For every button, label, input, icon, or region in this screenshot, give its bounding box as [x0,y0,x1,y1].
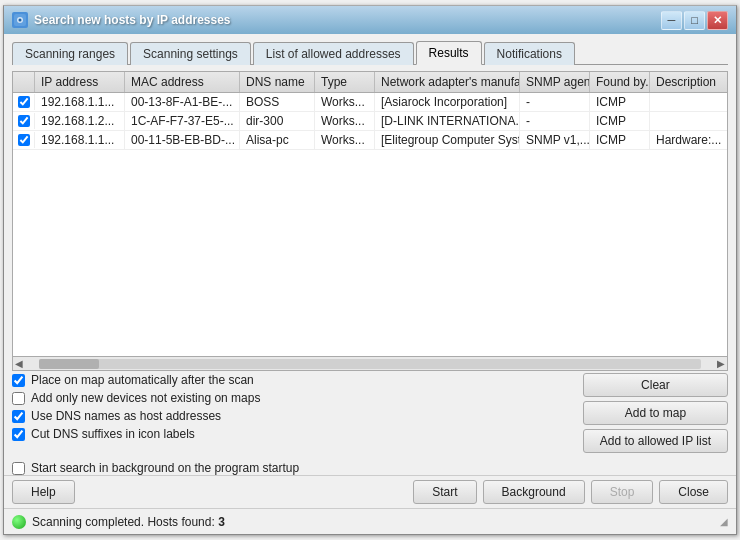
cell-desc-2 [650,119,727,123]
start-button[interactable]: Start [413,480,476,504]
row-checkbox-cell[interactable] [13,94,35,110]
label-use-dns-names: Use DNS names as host addresses [31,409,221,423]
status-count: 3 [218,515,225,529]
checkbox-start-background[interactable] [12,462,25,475]
col-header-desc: Description [650,72,728,92]
title-controls: ─ □ ✕ [661,11,728,30]
cell-ip-2: 192.168.1.2... [35,112,125,130]
tab-notifications[interactable]: Notifications [484,42,575,65]
cell-found-1: ICMP [590,93,650,111]
window-title: Search new hosts by IP addresses [34,13,231,27]
horizontal-scrollbar[interactable]: ◀ ▶ [13,356,727,370]
cell-snmp-1: - [520,93,590,111]
label-place-on-map: Place on map automatically after the sca… [31,373,254,387]
status-indicator [12,515,26,529]
table-header: IP address MAC address DNS name Type Net… [13,72,727,93]
cell-type-3: Works... [315,131,375,149]
status-message: Scanning completed. Hosts found: [32,515,215,529]
row-checkbox-3[interactable] [18,134,30,146]
background-button[interactable]: Background [483,480,585,504]
checkbox-cut-dns-suffixes[interactable] [12,428,25,441]
col-header-check [13,72,35,92]
cell-snmp-2: - [520,112,590,130]
title-bar: Search new hosts by IP addresses ─ □ ✕ [4,6,736,34]
close-button[interactable]: Close [659,480,728,504]
table-row: 192.168.1.1... 00-13-8F-A1-BE-... BOSS W… [13,93,727,112]
cell-type-2: Works... [315,112,375,130]
row-checkbox-cell[interactable] [13,113,35,129]
left-options: Place on map automatically after the sca… [12,373,260,443]
row-checkbox-cell[interactable] [13,132,35,148]
clear-button[interactable]: Clear [583,373,728,397]
status-bar: Scanning completed. Hosts found: 3 ◢ [4,508,736,534]
right-buttons: Clear Add to map Add to allowed IP list [583,373,728,453]
checkbox-place-on-map[interactable] [12,374,25,387]
background-option-row: Start search in background on the progra… [12,461,728,475]
minimize-button[interactable]: ─ [661,11,682,30]
cell-mac-3: 00-11-5B-EB-BD-... [125,131,240,149]
checkbox-add-only-new[interactable] [12,392,25,405]
main-window: Search new hosts by IP addresses ─ □ ✕ S… [3,5,737,535]
col-header-found: Found by... [590,72,650,92]
table-row: 192.168.1.1... 00-11-5B-EB-BD-... Alisa-… [13,131,727,150]
bottom-options: Place on map automatically after the sca… [12,371,728,459]
cell-dns-2: dir-300 [240,112,315,130]
cell-found-2: ICMP [590,112,650,130]
tab-scanning-ranges[interactable]: Scanning ranges [12,42,128,65]
label-cut-dns-suffixes: Cut DNS suffixes in icon labels [31,427,195,441]
tab-allowed-addresses[interactable]: List of allowed addresses [253,42,414,65]
tab-results[interactable]: Results [416,41,482,65]
results-table: IP address MAC address DNS name Type Net… [12,71,728,371]
cell-manuf-1: [Asiarock Incorporation] [375,93,520,111]
help-button[interactable]: Help [12,480,75,504]
cell-manuf-3: [Elitegroup Computer Syst... [375,131,520,149]
option-add-only-new: Add only new devices not existing on map… [12,391,260,405]
status-text: Scanning completed. Hosts found: 3 [32,515,225,529]
size-grip[interactable]: ◢ [720,516,728,527]
scrollbar-track[interactable] [39,359,701,369]
cell-snmp-3: SNMP v1,... [520,131,590,149]
add-to-map-button[interactable]: Add to map [583,401,728,425]
option-cut-dns-suffixes: Cut DNS suffixes in icon labels [12,427,260,441]
svg-point-2 [19,19,22,22]
app-icon [12,12,28,28]
cell-dns-1: BOSS [240,93,315,111]
cell-ip-3: 192.168.1.1... [35,131,125,149]
table-row: 192.168.1.2... 1C-AF-F7-37-E5-... dir-30… [13,112,727,131]
label-add-only-new: Add only new devices not existing on map… [31,391,260,405]
tab-bar: Scanning ranges Scanning settings List o… [12,40,728,65]
title-bar-left: Search new hosts by IP addresses [12,12,231,28]
cell-mac-2: 1C-AF-F7-37-E5-... [125,112,240,130]
cell-mac-1: 00-13-8F-A1-BE-... [125,93,240,111]
maximize-button[interactable]: □ [684,11,705,30]
option-use-dns-names: Use DNS names as host addresses [12,409,260,423]
cell-ip-1: 192.168.1.1... [35,93,125,111]
col-header-snmp: SNMP agent [520,72,590,92]
col-header-mac: MAC address [125,72,240,92]
row-checkbox-1[interactable] [18,96,30,108]
close-window-button[interactable]: ✕ [707,11,728,30]
cell-found-3: ICMP [590,131,650,149]
row-checkbox-2[interactable] [18,115,30,127]
table-body: 192.168.1.1... 00-13-8F-A1-BE-... BOSS W… [13,93,727,356]
scrollbar-thumb[interactable] [39,359,99,369]
main-content: Scanning ranges Scanning settings List o… [4,34,736,475]
stop-button[interactable]: Stop [591,480,654,504]
action-bar: Help Start Background Stop Close [4,475,736,508]
label-start-background: Start search in background on the progra… [31,461,299,475]
col-header-type: Type [315,72,375,92]
cell-type-1: Works... [315,93,375,111]
option-place-on-map: Place on map automatically after the sca… [12,373,260,387]
cell-desc-1 [650,100,727,104]
tab-scanning-settings[interactable]: Scanning settings [130,42,251,65]
cell-manuf-2: [D-LINK INTERNATIONA... [375,112,520,130]
add-to-allowed-button[interactable]: Add to allowed IP list [583,429,728,453]
cell-dns-3: Alisa-pc [240,131,315,149]
cell-desc-3: Hardware:... [650,131,727,149]
col-header-manuf: Network adapter's manufa... [375,72,520,92]
col-header-ip: IP address [35,72,125,92]
col-header-dns: DNS name [240,72,315,92]
checkbox-use-dns-names[interactable] [12,410,25,423]
